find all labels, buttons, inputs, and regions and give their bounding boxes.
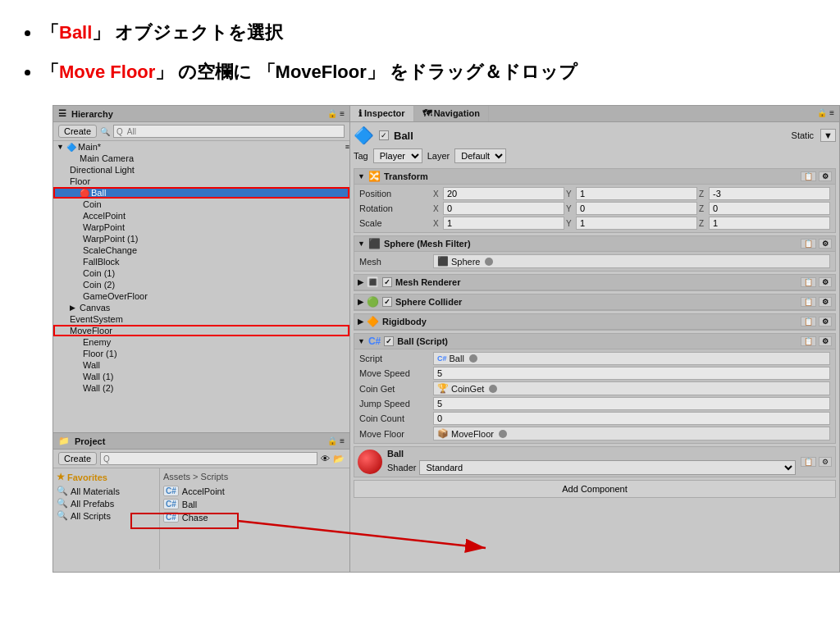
mesh-dot[interactable] xyxy=(485,258,493,266)
smf-settings-btn[interactable]: ⚙ xyxy=(819,239,832,249)
transform-settings-btn[interactable]: ⚙ xyxy=(819,171,832,181)
move-floor-value[interactable]: 📦 MoveFloor xyxy=(433,427,830,441)
all-scripts-item[interactable]: 🔍 All Scripts xyxy=(57,509,156,522)
bs-arrow: ▼ xyxy=(358,337,365,345)
ball-mat-settings-btn[interactable]: ⚙ xyxy=(819,457,832,467)
rb-copy-btn[interactable]: 📋 xyxy=(801,317,816,326)
rb-settings-btn[interactable]: ⚙ xyxy=(819,317,832,326)
tree-item-movefloor[interactable]: MoveFloor xyxy=(53,325,349,336)
script-accelpoint[interactable]: C# AccelPoint xyxy=(163,485,346,497)
scale-z-label: Z xyxy=(699,219,707,228)
rot-x-input[interactable] xyxy=(443,202,564,215)
all-materials-item[interactable]: 🔍 All Materials xyxy=(57,485,156,497)
tree-item-ball[interactable]: 🔴 Ball xyxy=(53,187,349,199)
move-speed-input[interactable] xyxy=(433,367,830,380)
mr-copy-btn[interactable]: 📋 xyxy=(801,277,816,287)
scale-row: Scale X Y Z xyxy=(359,216,830,231)
scale-x-input[interactable] xyxy=(443,217,564,230)
coinget-dot[interactable] xyxy=(489,385,497,393)
scale-y-input[interactable] xyxy=(576,217,697,230)
script-dot[interactable] xyxy=(469,354,477,363)
star-icon: ★ xyxy=(57,472,65,482)
project-pin[interactable]: 🔒 ≡ xyxy=(327,436,345,445)
tree-item-enemy[interactable]: Enemy xyxy=(53,336,349,348)
bs-settings-btn[interactable]: ⚙ xyxy=(819,336,832,346)
mr-title: Mesh Renderer xyxy=(395,277,460,287)
layer-dropdown[interactable]: Default xyxy=(454,148,506,163)
tree-item-floor1[interactable]: Floor (1) xyxy=(53,348,349,359)
inspector-pin[interactable]: 🔒 ≡ xyxy=(812,106,839,121)
tree-label-wall: Wall xyxy=(83,360,100,370)
project-create-button[interactable]: Create xyxy=(58,452,97,465)
tree-label-scalechange: ScaleChange xyxy=(83,245,137,255)
tree-item-wall1[interactable]: Wall (1) xyxy=(53,371,349,382)
pos-x-input[interactable] xyxy=(443,187,564,200)
tree-item-wall[interactable]: Wall xyxy=(53,359,349,371)
mr-checkbox[interactable]: ✓ xyxy=(382,277,392,287)
rot-z-input[interactable] xyxy=(709,202,830,215)
pos-z-input[interactable] xyxy=(709,187,830,200)
script-ball[interactable]: C# Ball xyxy=(163,498,346,510)
tree-item-wall2[interactable]: Wall (2) xyxy=(53,382,349,394)
tree-item-main[interactable]: ▼ 🔷 Main* ≡ xyxy=(53,141,349,153)
sc-copy-btn[interactable]: 📋 xyxy=(801,297,816,307)
script-value[interactable]: C# Ball xyxy=(433,352,830,365)
bs-copy-btn[interactable]: 📋 xyxy=(801,336,816,346)
tree-item-scalechange[interactable]: ScaleChange xyxy=(53,244,349,256)
tree-item-main-camera[interactable]: Main Camera xyxy=(53,153,349,164)
tab-inspector[interactable]: ℹ Inspector xyxy=(350,106,414,121)
tree-item-coin1[interactable]: Coin (1) xyxy=(53,267,349,279)
sc-checkbox[interactable]: ✓ xyxy=(382,297,392,307)
tree-item-canvas[interactable]: ▶ Canvas xyxy=(53,302,349,313)
tree-item-accelpoint[interactable]: AccelPoint xyxy=(53,210,349,221)
tree-item-warppoint1[interactable]: WarpPoint (1) xyxy=(53,233,349,244)
project-search[interactable] xyxy=(100,452,317,465)
sphere-mesh-filter-header: ▼ ⬛ Sphere (Mesh Filter) 📋 ⚙ xyxy=(354,236,835,252)
sc-settings-btn[interactable]: ⚙ xyxy=(819,297,832,307)
tree-item-coin[interactable]: Coin xyxy=(53,199,349,210)
tree-item-warppoint[interactable]: WarpPoint xyxy=(53,221,349,233)
tree-item-fallblock[interactable]: FallBlock xyxy=(53,256,349,267)
bs-checkbox[interactable]: ✓ xyxy=(384,336,394,346)
movefloor-dot[interactable] xyxy=(499,430,507,438)
transform-copy-btn[interactable]: 📋 xyxy=(801,171,816,181)
mesh-value[interactable]: ⬛ Sphere xyxy=(433,254,830,268)
create-button[interactable]: Create xyxy=(58,125,97,138)
project-content: ★ Favorites 🔍 All Materials 🔍 All Prefab… xyxy=(53,468,349,569)
hierarchy-pin[interactable]: 🔒 ≡ xyxy=(327,109,345,118)
cs-icon-accelpoint: C# xyxy=(163,486,179,496)
add-component-button[interactable]: Add Component xyxy=(354,480,836,498)
tree-item-coin2[interactable]: Coin (2) xyxy=(53,279,349,290)
hierarchy-icon: ☰ xyxy=(58,108,66,119)
rot-y-input[interactable] xyxy=(576,202,697,215)
rb-arrow: ▶ xyxy=(358,317,363,326)
tag-dropdown[interactable]: Player xyxy=(373,148,422,163)
script-chase[interactable]: C# Chase xyxy=(163,511,346,523)
shader-dropdown[interactable]: Standard xyxy=(419,460,796,475)
all-prefabs-item[interactable]: 🔍 All Prefabs xyxy=(57,497,156,509)
mr-settings-btn[interactable]: ⚙ xyxy=(819,277,832,287)
tree-item-eventsystem[interactable]: EventSystem xyxy=(53,313,349,325)
ball-material-name: Ball xyxy=(387,449,796,459)
object-name[interactable]: Ball xyxy=(394,130,787,142)
tab-navigation[interactable]: 🗺 Navigation xyxy=(414,106,489,121)
coin-get-value[interactable]: 🏆 CoinGet xyxy=(433,381,830,395)
object-active-checkbox[interactable]: ✓ xyxy=(379,130,389,140)
sphere-collider-header: ▶ 🟢 ✓ Sphere Collider 📋 ⚙ xyxy=(354,294,835,310)
hierarchy-search[interactable] xyxy=(113,125,345,138)
tree-item-directional-light[interactable]: Directional Light xyxy=(53,164,349,176)
hierarchy-tree: ▼ 🔷 Main* ≡ Main Camera Directional Ligh… xyxy=(53,141,349,432)
pos-y-input[interactable] xyxy=(576,187,697,200)
ball-mat-copy-btn[interactable]: 📋 xyxy=(801,457,816,467)
inspector-tab-label: Inspector xyxy=(364,108,405,118)
scale-z-input[interactable] xyxy=(709,217,830,230)
tree-item-floor[interactable]: Floor xyxy=(53,176,349,187)
project-title: Project xyxy=(75,436,105,446)
pos-z-label: Z xyxy=(699,189,707,199)
static-dropdown[interactable]: ▼ xyxy=(820,129,836,142)
rb-icon: 🔶 xyxy=(367,316,379,327)
coin-count-input[interactable] xyxy=(433,412,830,425)
tree-item-gameoverfloor[interactable]: GameOverFloor xyxy=(53,290,349,302)
smf-copy-btn[interactable]: 📋 xyxy=(801,239,816,249)
jump-speed-input[interactable] xyxy=(433,397,830,410)
